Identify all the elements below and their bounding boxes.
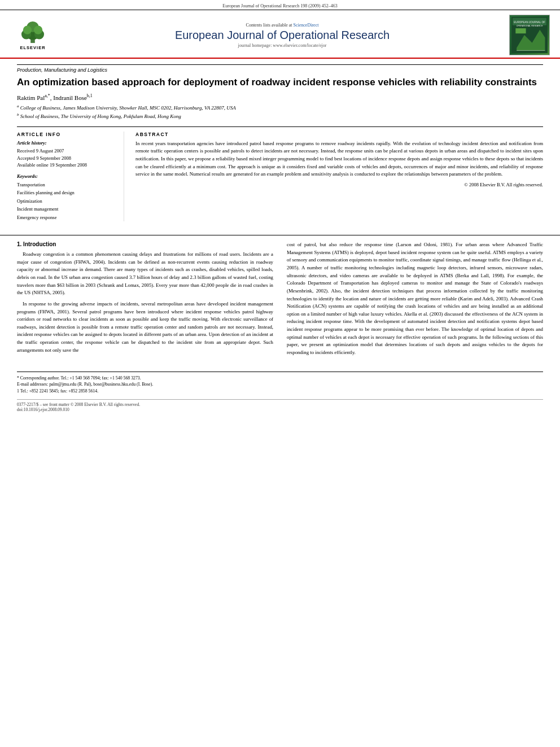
abstract-col: ABSTRACT In recent years transportation … bbox=[135, 132, 543, 221]
affiliations: a College of Business, James Madison Uni… bbox=[17, 103, 543, 121]
article-info-heading: ARTICLE INFO bbox=[17, 132, 117, 137]
copyright-line: © 2008 Elsevier B.V. All rights reserved… bbox=[135, 182, 543, 187]
elsevier-brand-text: ELSEVIER bbox=[20, 45, 45, 50]
article-info-col: ARTICLE INFO Article history: Received 9… bbox=[17, 132, 124, 221]
elsevier-tree-icon: ELSEVIER bbox=[16, 20, 50, 44]
svg-text:EUROPEAN JOURNAL OF: EUROPEAN JOURNAL OF bbox=[514, 21, 545, 24]
svg-rect-14 bbox=[515, 28, 526, 33]
svg-text:OPERATIONAL RESEARCH: OPERATIONAL RESEARCH bbox=[517, 25, 543, 27]
journal-homepage: journal homepage: www.elsevier.com/locat… bbox=[55, 43, 509, 48]
body-area: 1. Introduction Roadway congestion is a … bbox=[0, 235, 560, 371]
journal-header: ELSEVIER ELSEVIER Contents lists availab… bbox=[0, 10, 560, 59]
article-info-abstract: ARTICLE INFO Article history: Received 9… bbox=[17, 126, 543, 221]
keyword-3: Optimization bbox=[17, 197, 117, 205]
journal-title: European Journal of Operational Research bbox=[55, 29, 509, 42]
author1-sup: a,* bbox=[45, 93, 50, 98]
svg-point-5 bbox=[23, 25, 32, 34]
footnote-1: * Corresponding author. Tel.: +1 540 568… bbox=[17, 375, 543, 382]
abstract-heading: ABSTRACT bbox=[135, 132, 543, 137]
keywords-label: Keywords: bbox=[17, 173, 117, 179]
affiliation-a: a College of Business, James Madison Uni… bbox=[17, 103, 543, 112]
keyword-4: Incident management bbox=[17, 205, 117, 213]
body-two-col: 1. Introduction Roadway congestion is a … bbox=[17, 241, 543, 360]
keyword-5: Emergency response bbox=[17, 213, 117, 221]
body-left-col: 1. Introduction Roadway congestion is a … bbox=[17, 241, 273, 360]
cover-svg: EUROPEAN JOURNAL OF OPERATIONAL RESEARCH bbox=[511, 15, 548, 55]
article-received: Received 9 August 2007 Accepted 9 Septem… bbox=[17, 147, 117, 169]
body-right-col: cost of patrol, but also reduce the resp… bbox=[287, 241, 543, 360]
article-area: Production, Manufacturing and Logistics … bbox=[0, 59, 560, 235]
author1-name: Raktim Pal bbox=[17, 94, 45, 101]
svg-point-6 bbox=[34, 25, 42, 34]
journal-citation: European Journal of Operational Research… bbox=[222, 3, 337, 8]
article-history-label: Article history: bbox=[17, 140, 117, 146]
sciencedirect-link: Contents lists available at ScienceDirec… bbox=[55, 23, 509, 28]
journal-footer: 0377-2217/$ – see front matter © 2008 El… bbox=[17, 399, 543, 412]
keyword-2: Facilities planning and design bbox=[17, 189, 117, 196]
section-label: Production, Manufacturing and Logistics bbox=[17, 64, 543, 73]
body-para1: Roadway congestion is a common phenomeno… bbox=[17, 251, 273, 297]
affiliation-b: b School of Business, The University of … bbox=[17, 112, 543, 121]
abstract-text: In recent years transportation agencies … bbox=[135, 140, 543, 178]
author2-sup: b,1 bbox=[87, 93, 93, 98]
footnote-email: E-mail addresses: palm@jmu.edu (R. Pal),… bbox=[17, 381, 543, 388]
sciencedirect-anchor[interactable]: ScienceDirect bbox=[294, 23, 319, 28]
elsevier-logo: ELSEVIER ELSEVIER bbox=[10, 18, 55, 52]
footer-issn: 0377-2217/$ – see front matter © 2008 El… bbox=[17, 402, 543, 407]
keyword-1: Transportation bbox=[17, 181, 117, 189]
page: European Journal of Operational Research… bbox=[0, 0, 560, 747]
keywords-list: Transportation Facilities planning and d… bbox=[17, 181, 117, 221]
top-citation-bar: European Journal of Operational Research… bbox=[0, 0, 560, 10]
journal-center: Contents lists available at ScienceDirec… bbox=[55, 23, 509, 48]
footer-doi: doi:10.1016/j.ejor.2008.09.010 bbox=[17, 407, 543, 412]
section1-title: 1. Introduction bbox=[17, 241, 273, 247]
author2-name: , Indranil Bose bbox=[50, 94, 87, 101]
article-title: An optimization based approach for deplo… bbox=[17, 76, 543, 89]
footnotes-area: * Corresponding author. Tel.: +1 540 568… bbox=[17, 372, 543, 395]
footnote-2: 1 Tel.: +852 2241 5845; fax: +852 2858 5… bbox=[17, 388, 543, 395]
authors-line: Raktim Pala,*, Indranil Boseb,1 bbox=[17, 93, 543, 101]
journal-cover-image: EUROPEAN JOURNAL OF OPERATIONAL RESEARCH bbox=[509, 15, 550, 55]
body-para-right1: cost of patrol, but also reduce the resp… bbox=[287, 241, 543, 356]
body-para2: In response to the growing adverse impac… bbox=[17, 300, 273, 354]
